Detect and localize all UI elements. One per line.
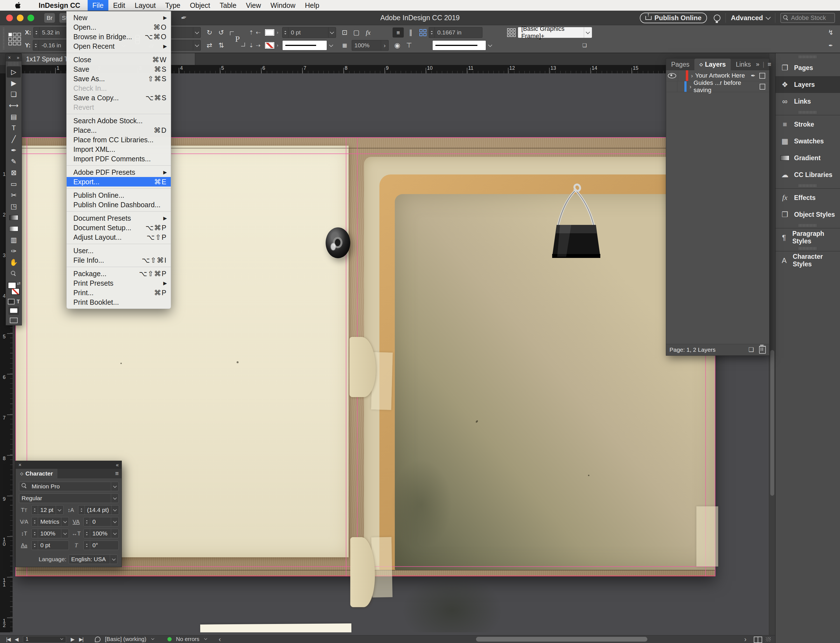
skew-field[interactable]: 0° bbox=[83, 540, 119, 550]
menu-item-open-recent[interactable]: Open Recent▶ bbox=[67, 41, 171, 51]
expand-layer-icon[interactable]: › bbox=[689, 83, 691, 90]
layer-target-square[interactable] bbox=[759, 73, 765, 79]
workspace-switcher[interactable]: Advanced bbox=[731, 14, 770, 22]
fill-stroke-proxy[interactable]: ⇄ bbox=[6, 280, 21, 298]
dock-item-layers[interactable]: ❖Layers bbox=[776, 76, 840, 93]
scroll-left-arrow[interactable]: ‹ bbox=[219, 635, 221, 643]
apple-menu-icon[interactable] bbox=[15, 2, 23, 9]
menu-item-new[interactable]: New▶ bbox=[67, 13, 171, 23]
gap-proxy-icon[interactable] bbox=[419, 29, 426, 36]
last-page-button[interactable]: ▶| bbox=[79, 636, 83, 643]
menu-item-close[interactable]: Close⌘W bbox=[67, 55, 171, 64]
adobe-stock-search-input[interactable]: Adobe Stock bbox=[780, 13, 835, 23]
close-window-button[interactable] bbox=[6, 15, 13, 21]
stroke-type-preview[interactable] bbox=[432, 40, 486, 51]
type-tool[interactable]: T bbox=[6, 122, 21, 134]
zoom-window-button[interactable] bbox=[28, 15, 34, 21]
menu-item-import-xml[interactable]: Import XML... bbox=[67, 145, 171, 154]
resize-grip[interactable] bbox=[766, 637, 771, 641]
content-collector-tool[interactable]: ▤ bbox=[6, 111, 21, 122]
menubar-item-help[interactable]: Help bbox=[300, 0, 324, 11]
stroke-swatch[interactable] bbox=[11, 288, 20, 295]
preflight-preset[interactable]: [Basic] (working) bbox=[105, 636, 147, 643]
flip-vertical-icon[interactable]: ⇅ bbox=[217, 41, 226, 49]
gap-size-field[interactable]: 0.1667 in bbox=[429, 27, 483, 38]
fill-swatch[interactable] bbox=[8, 282, 16, 289]
free-transform-tool[interactable]: ◳ bbox=[6, 201, 21, 212]
menubar-item-window[interactable]: Window bbox=[266, 0, 300, 11]
no-text-wrap-icon[interactable]: ≣ bbox=[393, 28, 404, 38]
rotate-ccw-icon[interactable]: ↺ bbox=[217, 29, 226, 36]
previous-page-button[interactable]: ◀ bbox=[15, 636, 19, 643]
line-tool[interactable]: ╱ bbox=[6, 134, 21, 145]
menubar-item-table[interactable]: Table bbox=[215, 0, 241, 11]
menu-item-open[interactable]: Open...⌘O bbox=[67, 23, 171, 32]
dock-item-cc-libraries[interactable]: ☁CC Libraries bbox=[776, 166, 840, 183]
object-style-select[interactable]: [Basic Graphics Frame]+ bbox=[518, 27, 592, 38]
gradient-tool[interactable] bbox=[6, 212, 21, 223]
font-style-field[interactable]: Regular bbox=[19, 493, 119, 503]
menubar-item-edit[interactable]: Edit bbox=[108, 0, 130, 11]
layer-target-square[interactable] bbox=[760, 84, 765, 90]
menu-item-print[interactable]: Print...⌘P bbox=[67, 288, 171, 297]
page-tool[interactable]: ❏ bbox=[6, 89, 21, 100]
minimize-window-button[interactable] bbox=[17, 15, 23, 21]
kerning-field[interactable]: Metrics bbox=[31, 517, 69, 527]
menu-item-save[interactable]: Save⌘S bbox=[67, 64, 171, 74]
panel-menu-icon[interactable]: ≡ bbox=[115, 469, 122, 478]
dock-item-paragraph-styles[interactable]: ¶Paragraph Styles bbox=[776, 229, 840, 246]
leading-field[interactable]: (14.4 pt) bbox=[78, 505, 119, 515]
collapse-panel-icon[interactable]: » bbox=[756, 61, 759, 68]
horizontal-scale-field[interactable]: 100% bbox=[83, 529, 119, 538]
stroke-swatch[interactable] bbox=[264, 42, 275, 49]
rotate-cw-icon[interactable]: ↻ bbox=[205, 29, 214, 36]
close-panel-icon[interactable]: × bbox=[8, 55, 11, 60]
select-parent-icon[interactable]: ⇢ bbox=[256, 42, 261, 49]
publish-online-button[interactable]: Publish Online bbox=[640, 13, 707, 23]
page-number-field[interactable]: 1 bbox=[23, 636, 66, 643]
layer-name[interactable]: Guides ...r before saving bbox=[693, 79, 756, 94]
menubar-item-view[interactable]: View bbox=[241, 0, 266, 11]
close-panel-icon[interactable]: × bbox=[18, 462, 21, 468]
tools-gripper[interactable] bbox=[9, 62, 19, 66]
swap-fill-stroke-icon[interactable]: ⇄ bbox=[17, 281, 20, 286]
spread-view-icon[interactable] bbox=[754, 636, 762, 643]
panel-gripper[interactable] bbox=[3, 28, 5, 50]
next-page-button[interactable]: ▶ bbox=[70, 636, 75, 643]
wrap-object-shape-icon[interactable]: ◉ bbox=[393, 41, 402, 49]
lightbulb-icon[interactable] bbox=[714, 15, 721, 21]
menu-item-export[interactable]: Export...⌘E bbox=[67, 177, 171, 186]
menu-item-adobe-pdf-presets[interactable]: Adobe PDF Presets▶ bbox=[67, 168, 171, 177]
layer-name[interactable]: Your Artwork Here bbox=[695, 72, 745, 79]
font-size-field[interactable]: 12 pt bbox=[31, 505, 64, 515]
flip-horizontal-icon[interactable]: ⇄ bbox=[205, 41, 214, 49]
dock-item-links[interactable]: ∞Links bbox=[776, 93, 840, 110]
direct-selection-tool[interactable]: ▶ bbox=[6, 78, 21, 89]
tab-character[interactable]: ◇Character bbox=[16, 469, 57, 478]
dock-gripper[interactable] bbox=[799, 55, 817, 58]
rectangle-tool[interactable]: ▭ bbox=[6, 178, 21, 189]
menu-item-place-from-cc-libraries[interactable]: Place from CC Libraries... bbox=[67, 135, 171, 145]
preflight-icon[interactable] bbox=[95, 636, 101, 642]
menubar-item-layout[interactable]: Layout bbox=[130, 0, 160, 11]
menu-item-import-pdf-comments[interactable]: Import PDF Comments... bbox=[67, 154, 171, 163]
formatting-affects-container-icon[interactable] bbox=[8, 299, 15, 304]
menu-item-print-presets[interactable]: Print Presets▶ bbox=[67, 278, 171, 288]
select-next-object-icon[interactable]: ⇣ bbox=[249, 42, 254, 49]
expand-layer-icon[interactable]: › bbox=[691, 73, 693, 79]
dock-item-gradient[interactable]: Gradient bbox=[776, 150, 840, 166]
eyedropper-tool[interactable]: ✑ bbox=[6, 246, 21, 257]
dock-item-swatches[interactable]: ▦Swatches bbox=[776, 133, 840, 150]
gradient-feather-tool[interactable] bbox=[6, 223, 21, 234]
language-field[interactable]: English: USA bbox=[69, 555, 117, 564]
font-family-field[interactable]: Minion Pro bbox=[19, 482, 119, 491]
preview-pen-icon[interactable]: ✒ bbox=[826, 42, 835, 49]
error-status[interactable]: No errors bbox=[176, 636, 199, 643]
stroke-style-field[interactable] bbox=[282, 40, 327, 51]
collapse-panel-icon[interactable]: « bbox=[116, 462, 119, 468]
menu-item-search-adobe-stock[interactable]: Search Adobe Stock... bbox=[67, 116, 171, 126]
dock-group-gripper[interactable] bbox=[799, 224, 817, 227]
menu-item-adjust-layout[interactable]: Adjust Layout...⌥⇧P bbox=[67, 232, 171, 242]
stroke-weight-field[interactable]: 0 pt bbox=[282, 27, 336, 38]
fill-swatch[interactable] bbox=[264, 29, 275, 36]
